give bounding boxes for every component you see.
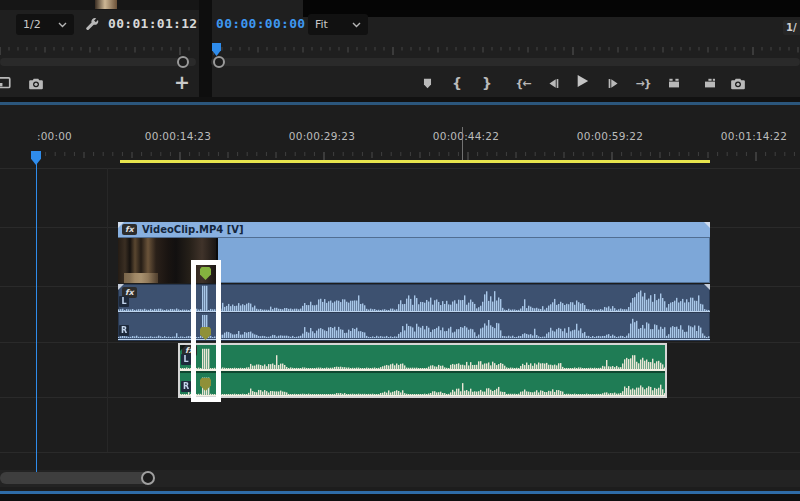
film-thumbnail-highlight bbox=[124, 273, 158, 283]
extract-icon[interactable] bbox=[700, 73, 720, 93]
go-to-out-icon[interactable]: →} bbox=[633, 73, 653, 93]
play-button-icon[interactable] bbox=[572, 71, 592, 91]
ruler-label: :00:00 bbox=[37, 130, 72, 142]
settings-wrench-icon[interactable] bbox=[82, 15, 102, 35]
channel-label-right: R bbox=[181, 381, 191, 392]
lift-icon[interactable] bbox=[664, 73, 684, 93]
source-mini-scrollbar[interactable] bbox=[0, 58, 196, 66]
ruler-label: 00:01:14:22 bbox=[721, 130, 787, 142]
ruler-label: 00:00:29:23 bbox=[289, 130, 355, 142]
mark-out-icon[interactable]: } bbox=[477, 73, 497, 93]
source-zoom-select[interactable]: 1/2 bbox=[16, 14, 74, 35]
monitor-panels: 1/2 00:01:01:12 00:00:00:00 Fit 1/ + bbox=[0, 0, 800, 97]
track-separator bbox=[0, 452, 800, 453]
channel-label-right: R bbox=[119, 325, 129, 336]
ruler-label: 00:00:14:23 bbox=[145, 130, 211, 142]
bottom-strip bbox=[0, 494, 800, 501]
go-to-in-icon[interactable]: {← bbox=[513, 73, 533, 93]
program-video-strip bbox=[303, 0, 800, 17]
monitor-output-icon[interactable] bbox=[0, 73, 13, 93]
source-video-fragment bbox=[95, 0, 117, 9]
editor-window: 1/2 00:01:01:12 00:00:00:00 Fit 1/ + bbox=[0, 0, 800, 501]
music-waveform-left bbox=[180, 346, 665, 369]
track-area-edge bbox=[107, 168, 108, 452]
source-zoom-value: 1/2 bbox=[23, 18, 41, 31]
clip-name: VideoClip.MP4 [V] bbox=[142, 224, 244, 235]
mark-in-icon[interactable]: { bbox=[447, 73, 467, 93]
step-forward-icon[interactable] bbox=[603, 73, 623, 93]
playback-resolution-select-partial[interactable]: 1/ bbox=[783, 20, 800, 35]
timeline-scrollbar-thumb[interactable] bbox=[0, 472, 152, 484]
playhead-line[interactable] bbox=[36, 151, 38, 472]
scrollbar-zoom-handle[interactable] bbox=[141, 471, 155, 485]
button-editor-add-button[interactable]: + bbox=[172, 70, 192, 94]
program-export-frame-camera-icon[interactable] bbox=[728, 73, 748, 93]
clip-trim-notch bbox=[118, 284, 124, 290]
add-marker-icon[interactable] bbox=[417, 73, 437, 93]
chevron-down-icon bbox=[352, 22, 361, 28]
program-timecode[interactable]: 00:00:00:00 bbox=[216, 16, 305, 31]
music-waveform-right bbox=[180, 373, 665, 395]
program-mini-scrollbar[interactable] bbox=[211, 58, 800, 66]
ruler-label: 00:00:44:22 bbox=[433, 130, 499, 142]
source-timecode[interactable]: 00:01:01:12 bbox=[108, 16, 197, 31]
work-area-bar[interactable] bbox=[120, 160, 710, 163]
chevron-down-icon bbox=[58, 22, 67, 28]
step-back-icon[interactable] bbox=[543, 73, 563, 93]
clip-trim-notch bbox=[704, 222, 710, 228]
program-scrollbar-handle[interactable] bbox=[213, 56, 225, 68]
clip-trim-notch bbox=[180, 345, 186, 351]
track-separator bbox=[0, 168, 800, 169]
panel-divider bbox=[199, 0, 212, 97]
timeline-ruler-labels: :00:0000:00:14:2300:00:29:2300:00:44:220… bbox=[0, 130, 800, 144]
waveform-baseline bbox=[180, 395, 665, 397]
clip-trim-notch bbox=[118, 222, 124, 228]
clip-fx-badge: fx bbox=[122, 224, 137, 235]
fit-value: Fit bbox=[315, 18, 328, 31]
channel-label-left: L bbox=[181, 354, 191, 365]
music-clip[interactable]: fx L R bbox=[178, 343, 667, 398]
clip-trim-notch bbox=[704, 284, 710, 290]
source-scrollbar-handle[interactable] bbox=[177, 56, 189, 68]
ruler-marker-line bbox=[462, 127, 463, 163]
fit-select[interactable]: Fit bbox=[308, 14, 368, 35]
export-frame-camera-icon[interactable] bbox=[26, 73, 46, 93]
ruler-label: 00:00:59:22 bbox=[577, 130, 643, 142]
channel-label-left: L bbox=[119, 296, 129, 307]
timeline-panel: :00:0000:00:14:2300:00:29:2300:00:44:220… bbox=[0, 105, 800, 501]
